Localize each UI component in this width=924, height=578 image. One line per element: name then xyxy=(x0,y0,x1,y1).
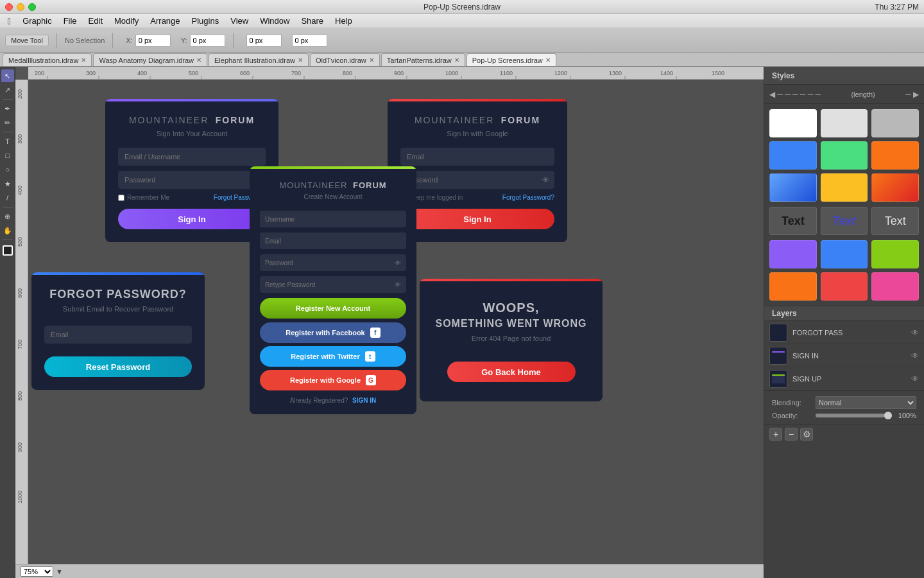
swatch-white[interactable] xyxy=(769,109,817,137)
zoom-tool[interactable]: ⊕ xyxy=(1,210,14,223)
swatch-red-gradient[interactable] xyxy=(871,173,919,202)
layer-forgot[interactable]: FORGOT PASS 👁 xyxy=(764,321,924,344)
create-password-input[interactable] xyxy=(260,254,406,271)
close-button[interactable] xyxy=(5,3,13,11)
tab-oldtv[interactable]: OldTvicon.idraw ✕ xyxy=(310,53,380,66)
color-swatch-purple[interactable] xyxy=(769,240,817,268)
menu-arrange[interactable]: Arrange xyxy=(145,14,185,28)
shape-tool[interactable]: □ xyxy=(1,149,14,162)
reset-password-button[interactable]: Reset Password xyxy=(44,356,192,377)
tab-popup[interactable]: Pop-Up Screens.idraw ✕ xyxy=(466,53,556,66)
apple-menu[interactable]:  xyxy=(3,14,16,28)
tab-wasp[interactable]: Wasp Anatomy Diagram.idraw ✕ xyxy=(93,53,207,66)
forgot-email-input[interactable] xyxy=(44,326,192,344)
text-style-bold[interactable]: Text xyxy=(769,207,817,235)
settings-layer-button[interactable]: ⚙ xyxy=(800,428,813,441)
y-input[interactable] xyxy=(190,34,225,47)
swatch-gray[interactable] xyxy=(871,109,919,137)
register-new-button[interactable]: Register New Account xyxy=(260,298,406,319)
tab-oldtv-close[interactable]: ✕ xyxy=(369,57,374,64)
menu-file[interactable]: File xyxy=(58,14,82,28)
register-facebook-button[interactable]: Register with Facebook f xyxy=(260,322,406,343)
color-swatch-pink[interactable] xyxy=(871,272,919,301)
canvas-container[interactable]: 200 300 400 500 600 700 800 900 1000 110… xyxy=(15,67,764,578)
layer-signup-eye[interactable]: 👁 xyxy=(911,374,919,383)
color-swatch-red[interactable] xyxy=(821,272,868,301)
layer-signin[interactable]: SIGN IN 👁 xyxy=(764,344,924,367)
move-tool[interactable]: Move Tool xyxy=(5,35,49,46)
create-email-input[interactable] xyxy=(260,232,406,249)
remove-layer-button[interactable]: − xyxy=(785,428,798,441)
star-tool[interactable]: ★ xyxy=(1,177,14,190)
menu-window[interactable]: Window xyxy=(255,14,295,28)
hand-tool[interactable]: ✋ xyxy=(1,224,14,237)
blending-select[interactable]: Normal Multiply Screen Overlay xyxy=(816,396,916,409)
text-style-italic[interactable]: Text xyxy=(821,207,868,235)
tab-tartan[interactable]: TartanPatterns.idraw ✕ xyxy=(381,53,465,66)
signin-google-eye-icon[interactable]: 👁 xyxy=(542,176,549,184)
pencil-tool[interactable]: ✏ xyxy=(1,116,14,129)
canvas-area[interactable]: MOUNTAINEER FORUM Sign Into Your Account… xyxy=(28,80,764,578)
add-layer-button[interactable]: + xyxy=(769,428,782,441)
swatch-blue-gradient[interactable] xyxy=(769,173,817,202)
layer-signin-eye[interactable]: 👁 xyxy=(911,351,919,360)
create-eye-icon-2[interactable]: 👁 xyxy=(395,281,401,288)
opacity-handle[interactable] xyxy=(884,412,892,419)
menu-help[interactable]: Help xyxy=(330,14,357,28)
tab-tartan-close[interactable]: ✕ xyxy=(454,57,459,64)
color-swatch-tool[interactable] xyxy=(3,245,13,256)
signin-google-password-input[interactable] xyxy=(400,171,554,189)
register-google-button[interactable]: Register with Google G xyxy=(260,370,406,390)
swatch-yellow[interactable] xyxy=(821,173,868,202)
color-swatch-orange[interactable] xyxy=(769,272,817,301)
minimize-button[interactable] xyxy=(17,3,24,11)
register-twitter-button[interactable]: Register with Twitter t xyxy=(260,346,406,367)
x-input[interactable] xyxy=(135,34,171,47)
create-username-input[interactable] xyxy=(260,211,406,227)
swatch-green[interactable] xyxy=(821,141,868,170)
layer-forgot-eye[interactable]: 👁 xyxy=(911,328,919,337)
tab-wasp-close[interactable]: ✕ xyxy=(196,57,201,64)
zoom-select[interactable]: 75% 100% 50% 25% xyxy=(21,566,53,577)
go-back-home-button[interactable]: Go Back Home xyxy=(447,362,576,382)
select-tool[interactable]: ↖ xyxy=(1,69,14,82)
create-eye-icon-1[interactable]: 👁 xyxy=(395,259,401,267)
swatch-blue[interactable] xyxy=(769,141,817,170)
signin-link[interactable]: SIGN IN xyxy=(352,397,376,404)
direct-select-tool[interactable]: ↗ xyxy=(1,83,14,96)
swatch-orange[interactable] xyxy=(871,141,919,170)
style-arrow-right[interactable]: ─ ▶ xyxy=(905,90,919,99)
zoom-down-icon[interactable]: ▼ xyxy=(56,568,63,575)
tab-popup-close[interactable]: ✕ xyxy=(545,57,551,64)
tab-medal-close[interactable]: ✕ xyxy=(81,57,86,64)
menu-edit[interactable]: Edit xyxy=(83,14,108,28)
height-input[interactable] xyxy=(292,34,327,47)
color-swatch-green[interactable] xyxy=(871,240,919,268)
menu-share[interactable]: Share xyxy=(296,14,329,28)
ellipse-tool[interactable]: ○ xyxy=(1,163,14,176)
menu-graphic[interactable]: Graphic xyxy=(17,14,57,28)
signin-password-input[interactable] xyxy=(118,171,266,189)
signin-google-button[interactable]: Sign In xyxy=(400,209,554,229)
text-style-light[interactable]: Text xyxy=(871,207,919,235)
signin-remember-checkbox[interactable] xyxy=(118,195,124,201)
tab-elephant[interactable]: Elephant Illustration.idraw ✕ xyxy=(209,53,309,66)
menu-modify[interactable]: Modify xyxy=(109,14,144,28)
text-tool[interactable]: T xyxy=(1,135,14,148)
signin-email-input[interactable] xyxy=(118,148,266,166)
signin-google-forgot-link[interactable]: Forgot Password? xyxy=(502,194,554,201)
menu-plugins[interactable]: Plugins xyxy=(187,14,225,28)
layer-signup[interactable]: SIGN UP 👁 xyxy=(764,367,924,390)
line-tool[interactable]: / xyxy=(1,191,14,204)
style-arrow-left[interactable]: ◀ ─ ─ ─ ─ ─ ─ xyxy=(769,90,821,99)
swatch-light-gray[interactable] xyxy=(821,109,868,137)
maximize-button[interactable] xyxy=(28,3,36,11)
create-retype-input[interactable] xyxy=(260,276,406,293)
tab-medal[interactable]: MedalIllustration.idraw ✕ xyxy=(3,53,92,66)
color-swatch-blue[interactable] xyxy=(821,240,868,268)
signin-button[interactable]: Sign In xyxy=(118,209,266,229)
menu-view[interactable]: View xyxy=(225,14,253,28)
pen-tool[interactable]: ✒ xyxy=(1,102,14,115)
signin-google-email-input[interactable] xyxy=(400,148,554,166)
tab-elephant-close[interactable]: ✕ xyxy=(298,57,303,64)
